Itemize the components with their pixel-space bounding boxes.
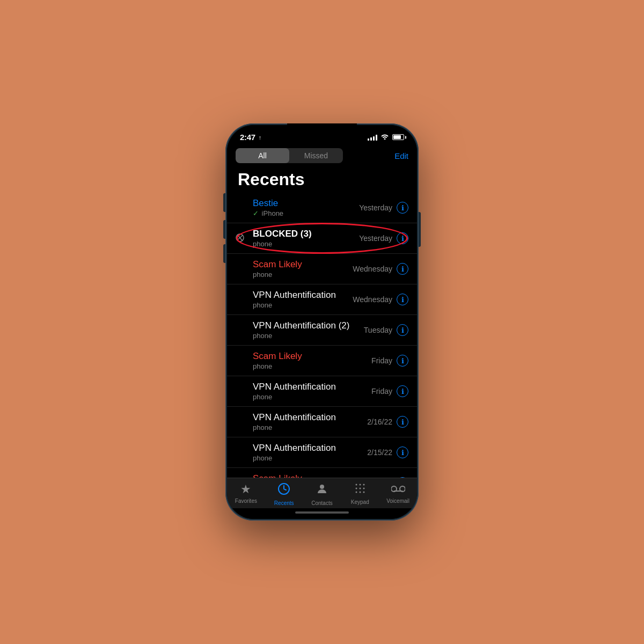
svg-point-9 — [359, 492, 361, 493]
call-type: phone — [253, 393, 371, 401]
list-item[interactable]: VPN Authentification phone 2/15/22 ℹ — [227, 437, 417, 468]
info-button[interactable]: ℹ — [397, 202, 408, 214]
list-item[interactable]: VPN Authentification phone 2/16/22 ℹ — [227, 407, 417, 437]
call-info: Bestie ✓ iPhone — [253, 198, 359, 217]
info-button[interactable]: ℹ — [397, 447, 408, 458]
svg-point-6 — [359, 488, 361, 489]
list-item[interactable]: Scam Likely phone Friday ℹ — [227, 346, 417, 376]
call-info: BLOCKED (3) phone — [253, 229, 359, 248]
call-date: Tuesday — [364, 326, 392, 334]
nav-tabs-bar: All Missed Edit — [227, 145, 417, 165]
call-right: 2/15/22 ℹ — [367, 477, 408, 478]
call-date: Wednesday — [353, 295, 392, 304]
contact-name: VPN Authentification — [253, 290, 353, 301]
notch — [287, 123, 357, 138]
contact-name: Bestie — [253, 198, 359, 209]
call-type: phone — [253, 270, 353, 279]
call-info: VPN Authentification phone — [253, 290, 353, 309]
call-type: phone — [253, 423, 367, 431]
info-button[interactable]: ℹ — [397, 294, 408, 305]
call-info: Scam Likely phone — [253, 473, 367, 478]
tab-missed[interactable]: Missed — [289, 148, 343, 163]
recents-icon — [277, 482, 290, 499]
info-button[interactable]: ℹ — [397, 477, 408, 478]
call-list: Bestie ✓ iPhone Yesterday ℹ — [227, 193, 417, 478]
signal-icon — [368, 134, 377, 141]
blocked-item[interactable]: BLOCKED (3) phone Yesterday ℹ — [227, 223, 417, 254]
call-info: VPN Authentification phone — [253, 443, 367, 462]
call-right: Yesterday ℹ — [359, 232, 408, 244]
list-item[interactable]: VPN Authentification (2) phone Tuesday ℹ — [227, 315, 417, 346]
svg-point-2 — [355, 484, 357, 486]
contact-name: BLOCKED (3) — [253, 229, 359, 239]
info-button[interactable]: ℹ — [397, 385, 408, 397]
svg-point-10 — [363, 492, 364, 493]
call-right: Yesterday ℹ — [359, 202, 408, 214]
info-button[interactable]: ℹ — [397, 324, 408, 336]
svg-point-1 — [320, 485, 324, 489]
call-date: Friday — [371, 356, 392, 365]
contact-name: Scam Likely — [253, 259, 353, 270]
voicemail-label: Voicemail — [386, 498, 409, 504]
page-title: Recents — [227, 165, 417, 193]
call-right: Tuesday ℹ — [364, 324, 408, 336]
call-date: Wednesday — [353, 265, 392, 273]
status-icons — [368, 133, 404, 141]
call-info: Scam Likely phone — [253, 351, 371, 370]
contacts-icon — [316, 482, 328, 499]
svg-point-8 — [355, 492, 357, 493]
info-button[interactable]: ℹ — [397, 416, 408, 428]
tab-bar-item-voicemail[interactable]: Voicemail — [379, 482, 417, 506]
call-date: Yesterday — [359, 234, 392, 243]
phone-frame: 2:47 ↑ All Missed — [225, 123, 419, 521]
call-info: VPN Authentification phone — [253, 382, 371, 401]
list-item[interactable]: Scam Likely phone 2/15/22 ℹ — [227, 468, 417, 478]
contact-name: VPN Authentification — [253, 412, 367, 423]
blocked-icon — [236, 233, 251, 244]
edit-button[interactable]: Edit — [384, 151, 408, 160]
list-item[interactable]: Bestie ✓ iPhone Yesterday ℹ — [227, 193, 417, 223]
info-button[interactable]: ℹ — [397, 263, 408, 275]
contact-name: VPN Authentification (2) — [253, 320, 364, 331]
tab-segment: All Missed — [236, 148, 343, 163]
tab-bar-item-favorites[interactable]: ★ Favorites — [227, 482, 265, 506]
phone-screen: 2:47 ↑ All Missed — [227, 125, 417, 519]
home-bar — [295, 511, 349, 514]
tab-bar-item-keypad[interactable]: Keypad — [341, 482, 379, 506]
info-button[interactable]: ℹ — [397, 355, 408, 367]
list-item[interactable]: Scam Likely phone Wednesday ℹ — [227, 254, 417, 284]
call-right: Wednesday ℹ — [353, 263, 408, 275]
call-type: ✓ iPhone — [253, 209, 359, 217]
call-date: 2/15/22 — [367, 448, 392, 457]
call-right: 2/15/22 ℹ — [367, 447, 408, 458]
call-right: Wednesday ℹ — [353, 294, 408, 305]
call-type: phone — [253, 301, 353, 309]
contact-name: Scam Likely — [253, 473, 367, 478]
call-info: Scam Likely phone — [253, 259, 353, 279]
favorites-icon: ★ — [240, 482, 251, 496]
keypad-label: Keypad — [351, 499, 369, 505]
voicemail-icon — [391, 482, 405, 496]
call-right: Friday ℹ — [371, 355, 408, 367]
tab-bar-item-recents[interactable]: Recents — [265, 482, 303, 506]
home-indicator — [227, 508, 417, 519]
svg-point-5 — [355, 488, 357, 489]
call-type: phone — [253, 454, 367, 462]
call-date: Yesterday — [359, 203, 392, 212]
battery-icon — [392, 134, 404, 140]
svg-point-7 — [363, 488, 364, 489]
contact-name: VPN Authentification — [253, 382, 371, 392]
list-item[interactable]: VPN Authentification phone Friday ℹ — [227, 376, 417, 407]
call-type: phone — [253, 332, 364, 340]
svg-point-3 — [359, 484, 361, 486]
info-button[interactable]: ℹ — [397, 232, 408, 244]
tab-all[interactable]: All — [236, 148, 289, 163]
call-date: Friday — [371, 387, 392, 396]
list-item[interactable]: VPN Authentification phone Wednesday ℹ — [227, 284, 417, 315]
keypad-icon — [354, 482, 366, 497]
call-type: phone — [253, 240, 359, 248]
contacts-label: Contacts — [311, 500, 332, 506]
tab-bar-item-contacts[interactable]: Contacts — [303, 482, 341, 506]
call-date: 2/16/22 — [367, 418, 392, 426]
status-time: 2:47 — [240, 133, 255, 142]
